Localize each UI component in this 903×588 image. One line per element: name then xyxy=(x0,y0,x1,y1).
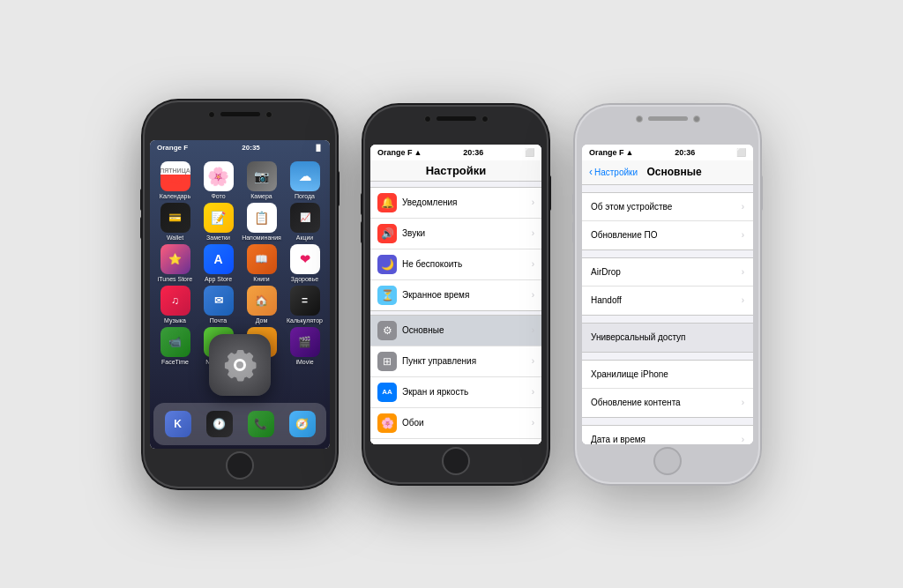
display-icon: AA xyxy=(377,383,397,402)
app-camera-label: Камера xyxy=(250,193,272,199)
app-notes[interactable]: 📝 Заметки xyxy=(198,203,238,241)
volume-up-3 xyxy=(572,193,575,215)
app-calculator[interactable]: = Калькулятор xyxy=(285,286,325,324)
wallpaper-label: Обои xyxy=(402,418,532,428)
app-mail[interactable]: ✉ Почта xyxy=(198,286,238,324)
settings-general[interactable]: ⚙ Основные › xyxy=(370,316,541,346)
app-music-label: Музыка xyxy=(164,317,186,324)
wallpaper-icon: 🌸 xyxy=(377,413,397,433)
app-books[interactable]: 📖 Книги xyxy=(242,244,281,282)
settings-wallpaper[interactable]: 🌸 Обои › xyxy=(370,408,541,439)
general-label: Основные xyxy=(402,325,532,335)
detail-storage[interactable]: Хранилище iPhone xyxy=(582,361,753,389)
detail-about[interactable]: Об этом устройстве › xyxy=(582,193,753,221)
app-facetime-label: FaceTime xyxy=(161,359,189,365)
home-button-2[interactable] xyxy=(442,447,470,475)
app-books-label: Книги xyxy=(253,276,269,282)
settings-notifications[interactable]: 🔔 Уведомления › xyxy=(370,188,541,219)
face-sensor xyxy=(265,111,272,118)
about-label: Об этом устройстве xyxy=(591,202,742,212)
app-facetime[interactable]: 📹 FaceTime xyxy=(155,327,195,365)
dnd-icon: 🌙 xyxy=(377,255,397,274)
back-button[interactable]: ‹ Настройки xyxy=(589,166,638,178)
gear-icon xyxy=(222,347,257,383)
status-bar-2: Orange F ▲ 20:36 ⬜ xyxy=(370,145,541,160)
settings-siri[interactable]: ✳ Siri и Поиск › xyxy=(370,439,541,444)
earpiece xyxy=(220,112,260,116)
detail-title: Основные xyxy=(638,166,711,178)
earpiece-2 xyxy=(437,116,476,121)
battery-indicator: ▐▌ xyxy=(314,145,323,151)
dock-keynote[interactable]: K xyxy=(165,411,191,437)
app-calculator-label: Калькулятор xyxy=(287,317,323,324)
home-button[interactable] xyxy=(226,451,254,480)
app-reminders[interactable]: 📋 Напоминания xyxy=(242,203,281,241)
dock-phone[interactable]: 📞 xyxy=(248,411,274,437)
battery-2: ⬜ xyxy=(525,148,534,157)
settings-app-large[interactable] xyxy=(209,334,271,396)
settings-group-1: 🔔 Уведомления › 🔊 Звуки › 🌙 Не беспокоит… xyxy=(370,187,541,311)
accessibility-label: Универсальный доступ xyxy=(591,332,744,342)
app-imovie[interactable]: 🎬 iMovie xyxy=(285,327,325,365)
settings-display[interactable]: AA Экран и яркость › xyxy=(370,377,541,408)
app-notes-label: Заметки xyxy=(206,234,230,241)
app-home[interactable]: 🏠 Дом xyxy=(242,286,281,324)
app-itunes-label: iTunes Store xyxy=(158,276,192,282)
detail-group-5: Дата и время › Клавиатура › Язык и регио… xyxy=(582,425,753,444)
app-imovie-label: iMovie xyxy=(295,359,313,365)
iphone-2: Orange F ▲ 20:36 ⬜ Настройки 🔔 Уведомлен… xyxy=(363,105,549,484)
dock-clock[interactable]: 🕐 xyxy=(206,411,233,437)
app-health[interactable]: ❤ Здоровье xyxy=(285,244,325,282)
app-music[interactable]: ♫ Музыка xyxy=(155,286,195,324)
dock-safari[interactable]: 🧭 xyxy=(289,411,316,437)
app-stocks[interactable]: 📈 Акции xyxy=(285,203,325,241)
back-label: Настройки xyxy=(594,167,638,177)
app-calendar[interactable]: ПЯТНИЦА 19 Календарь xyxy=(155,161,195,199)
airdrop-label: AirDrop xyxy=(591,267,742,277)
app-camera[interactable]: 📷 Камера xyxy=(242,161,281,199)
app-dock: K 🕐 📞 🧭 xyxy=(153,403,326,445)
power-button xyxy=(337,171,340,206)
app-weather[interactable]: ☁ Погода xyxy=(285,161,325,199)
time-display: 20:35 xyxy=(242,144,259,152)
app-health-label: Здоровье xyxy=(291,276,318,282)
volume-down-2 xyxy=(361,221,363,243)
carrier-3: Orange F xyxy=(589,148,624,157)
status-bar-3: Orange F ▲ 20:36 ⬜ xyxy=(582,145,753,160)
detail-airdrop[interactable]: AirDrop › xyxy=(582,258,753,287)
app-photos-label: Фото xyxy=(211,193,225,199)
sounds-label: Звуки xyxy=(402,228,532,238)
phone3-screen: Orange F ▲ 20:36 ⬜ ‹ Настройки Основные … xyxy=(582,145,753,444)
app-appstore[interactable]: A App Store xyxy=(198,244,238,282)
home-button-3[interactable] xyxy=(653,447,682,475)
power-button-2 xyxy=(549,175,551,211)
iphone-1: Orange F 20:35 ▐▌ ПЯТНИЦА 19 Календарь 🌸… xyxy=(143,100,337,488)
app-home-label: Дом xyxy=(256,317,268,324)
app-wallet[interactable]: 💳 Wallet xyxy=(155,203,195,241)
app-appstore-label: App Store xyxy=(205,276,232,282)
settings-screentime[interactable]: ⏳ Экранное время › xyxy=(370,280,541,310)
app-photos[interactable]: 🌸 Фото xyxy=(198,161,238,199)
wifi-icon-3: ▲ xyxy=(626,148,634,157)
detail-content-update[interactable]: Обновление контента › xyxy=(582,389,753,417)
detail-screen: Orange F ▲ 20:36 ⬜ ‹ Настройки Основные … xyxy=(582,145,753,444)
settings-control[interactable]: ⊞ Пункт управления › xyxy=(370,346,541,377)
settings-title: Настройки xyxy=(370,160,541,182)
volume-down-button xyxy=(140,217,143,239)
detail-accessibility[interactable]: Универсальный доступ xyxy=(582,324,753,352)
settings-sounds[interactable]: 🔊 Звуки › xyxy=(370,219,541,249)
detail-update[interactable]: Обновление ПО › xyxy=(582,221,753,249)
detail-nav-bar: ‹ Настройки Основные xyxy=(582,160,753,185)
app-itunes[interactable]: ⭐ iTunes Store xyxy=(155,244,195,282)
detail-handoff[interactable]: Handoff › xyxy=(582,287,753,315)
storage-label: Хранилище iPhone xyxy=(591,369,744,379)
datetime-label: Дата и время xyxy=(591,435,742,444)
detail-group-3: Универсальный доступ xyxy=(582,323,753,353)
volume-up-button xyxy=(140,189,143,211)
detail-datetime[interactable]: Дата и время › xyxy=(582,426,753,444)
battery-3: ⬜ xyxy=(736,148,746,157)
sounds-icon: 🔊 xyxy=(377,224,397,243)
settings-dnd[interactable]: 🌙 Не беспокоить › xyxy=(370,249,541,280)
dnd-label: Не беспокоить xyxy=(402,259,532,269)
wifi-icon: ▲ xyxy=(414,148,422,157)
